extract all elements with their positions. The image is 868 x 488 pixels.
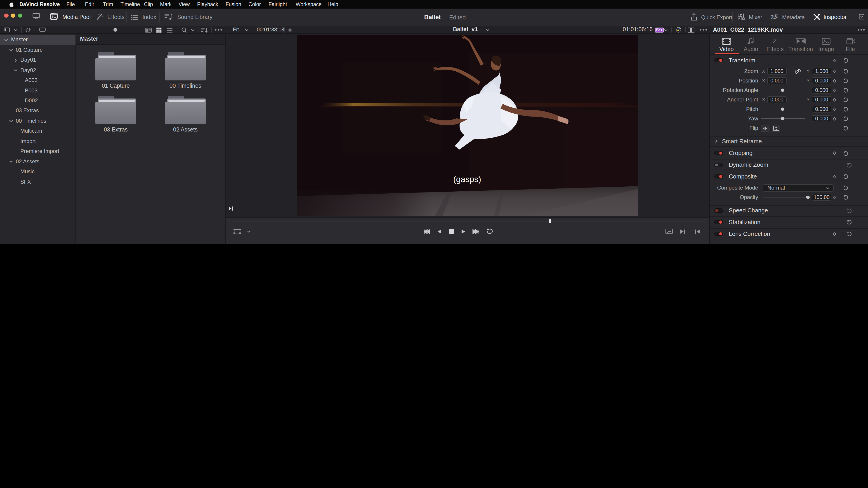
svg-text:(gasps): (gasps) — [453, 174, 481, 184]
svg-text:B: B — [772, 15, 774, 19]
